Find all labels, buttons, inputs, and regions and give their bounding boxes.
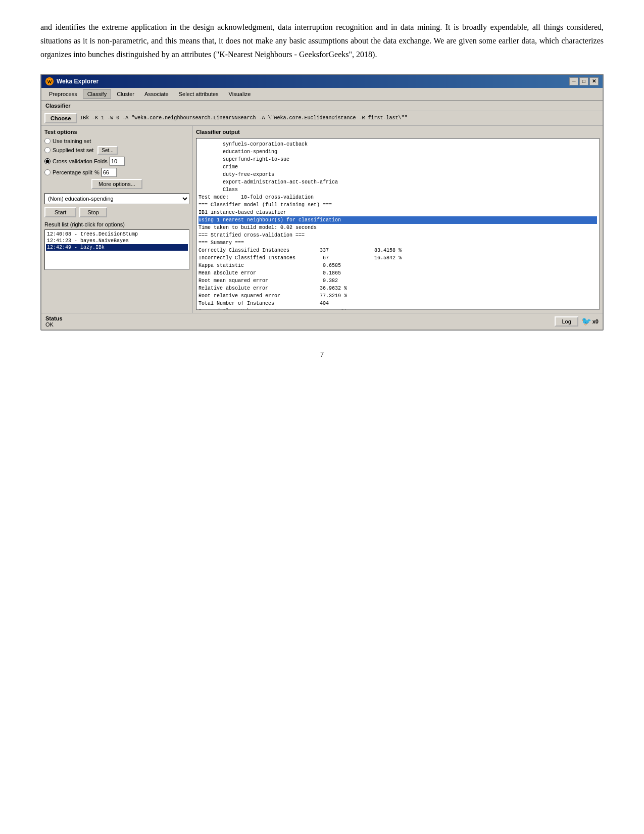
classifier-output-box[interactable]: synfuels-corporation-cutback education-s…	[196, 138, 600, 310]
output-line-4: duty-free-exports	[199, 171, 597, 178]
output-line-11: IB1 instance-based classifier	[199, 209, 597, 216]
output-line-19: Correctly Classified Instances 337 83.41…	[199, 247, 597, 254]
menu-associate[interactable]: Associate	[140, 89, 173, 99]
classifier-output-title: Classifier output	[196, 129, 600, 135]
output-line-6: Class	[199, 186, 597, 194]
output-line-7: Test mode: 10-fold cross-validation	[199, 194, 597, 201]
output-line-1: education-spending	[199, 148, 597, 156]
stop-button[interactable]: Stop	[79, 207, 107, 217]
output-line-26: Total Number of Instances 404	[199, 300, 597, 307]
menubar: Preprocess Classify Cluster Associate Se…	[41, 88, 603, 101]
result-item-1[interactable]: 12:41:23 - bayes.NaiveBayes	[46, 238, 188, 244]
percentage-split-label: Percentage split	[53, 169, 92, 175]
supplied-test-radio[interactable]	[44, 147, 51, 153]
test-options-title: Test options	[44, 129, 189, 135]
weka-icon: W	[45, 77, 54, 85]
more-options-button[interactable]: More options...	[91, 179, 142, 189]
statusbar: Status OK Log 🐦 x0	[41, 313, 603, 330]
output-line-20: Incorrectly Classified Instances 67 16.5…	[199, 254, 597, 262]
output-line-3: crime	[199, 163, 597, 171]
use-training-radio[interactable]	[44, 138, 51, 144]
folds-input[interactable]	[110, 157, 125, 166]
classifier-section-label: Classifier	[41, 101, 603, 111]
status-left: Status OK	[45, 315, 63, 328]
restore-button[interactable]: □	[579, 77, 588, 85]
window-controls: ─ □ ✕	[569, 77, 599, 85]
output-line-27: Ignored Class Unknown Instances 31	[199, 307, 597, 310]
status-indicator: 🐦 x0	[581, 316, 599, 326]
percentage-split-radio[interactable]	[44, 169, 51, 175]
log-button[interactable]: Log	[555, 316, 578, 327]
output-line-2: superfund-right-to-sue	[199, 156, 597, 163]
window-title: Weka Explorer	[57, 78, 98, 85]
result-item-0[interactable]: 12:40:08 - trees.DecisionStump	[46, 231, 188, 238]
pct-symbol: %	[94, 169, 100, 175]
left-panel: Test options Use training set Supplied t…	[41, 126, 193, 313]
output-line-24: Relative absolute error 36.9632 %	[199, 285, 597, 292]
right-panel: Classifier output synfuels-corporation-c…	[193, 126, 603, 313]
weka-main-content: Test options Use training set Supplied t…	[41, 126, 603, 313]
use-training-label: Use training set	[53, 138, 91, 144]
page-number: 7	[40, 351, 604, 359]
minimize-button[interactable]: ─	[569, 77, 578, 85]
cross-validation-label: Cross-validation Folds	[53, 158, 108, 164]
pct-input[interactable]	[102, 168, 117, 177]
output-line-17: === Summary ===	[199, 239, 597, 247]
status-right: Log 🐦 x0	[555, 316, 599, 327]
svg-text:W: W	[47, 79, 52, 84]
status-value: OK	[45, 321, 63, 328]
result-item-2[interactable]: 12:42:49 - lazy.IBk	[46, 244, 188, 251]
class-dropdown[interactable]: (Nom) education-spending	[44, 193, 189, 204]
output-line-22: Mean absolute error 0.1865	[199, 269, 597, 277]
status-label: Status	[45, 315, 63, 321]
output-line-25: Root relative squared error 77.3219 %	[199, 292, 597, 300]
output-line-23: Root mean squared error 0.382	[199, 277, 597, 285]
output-line-9: === Classifier model (full training set)…	[199, 201, 597, 209]
titlebar-title: W Weka Explorer	[45, 77, 98, 85]
output-line-21: Kappa statistic 0.6585	[199, 262, 597, 269]
percentage-split-option: Percentage split %	[44, 168, 189, 177]
classifier-text: IBk -K 1 -W 0 -A "weka.core.neighboursea…	[80, 115, 600, 121]
output-line-12-highlighted: using 1 nearest neighbour(s) for classif…	[199, 216, 597, 224]
cross-validation-option: Cross-validation Folds	[44, 157, 189, 166]
menu-preprocess[interactable]: Preprocess	[44, 89, 82, 99]
set-button[interactable]: Set...	[97, 146, 117, 155]
titlebar: W Weka Explorer ─ □ ✕	[41, 75, 603, 88]
output-line-14: Time taken to build model: 0.02 seconds	[199, 224, 597, 231]
output-line-5: export-administration-act-south-africa	[199, 178, 597, 186]
paragraph-text: and identifies the extreme application i…	[40, 20, 604, 62]
cross-validation-radio[interactable]	[44, 158, 51, 164]
output-line-16: === Stratified cross-validation ===	[199, 231, 597, 239]
close-button[interactable]: ✕	[589, 77, 599, 85]
result-list-label: Result list (right-click for options)	[44, 221, 189, 227]
start-stop-row: Start Stop	[44, 207, 189, 217]
use-training-option: Use training set	[44, 138, 189, 144]
x-label: x0	[592, 318, 599, 325]
menu-visualize[interactable]: Visualize	[224, 89, 256, 99]
output-line-0: synfuels-corporation-cutback	[199, 141, 597, 148]
menu-select-attributes[interactable]: Select attributes	[174, 89, 223, 99]
weka-explorer-window: W Weka Explorer ─ □ ✕ Preprocess Classif…	[40, 74, 604, 331]
choose-button[interactable]: Choose	[44, 113, 77, 123]
supplied-test-label: Supplied test set	[53, 147, 93, 153]
menu-classify[interactable]: Classify	[83, 89, 112, 99]
supplied-test-option: Supplied test set Set...	[44, 146, 189, 155]
result-list[interactable]: 12:40:08 - trees.DecisionStump 12:41:23 …	[44, 229, 189, 270]
start-button[interactable]: Start	[44, 207, 76, 217]
classifier-bar: Choose IBk -K 1 -W 0 -A "weka.core.neigh…	[41, 111, 603, 126]
menu-cluster[interactable]: Cluster	[112, 89, 139, 99]
bird-icon: 🐦	[581, 316, 591, 326]
